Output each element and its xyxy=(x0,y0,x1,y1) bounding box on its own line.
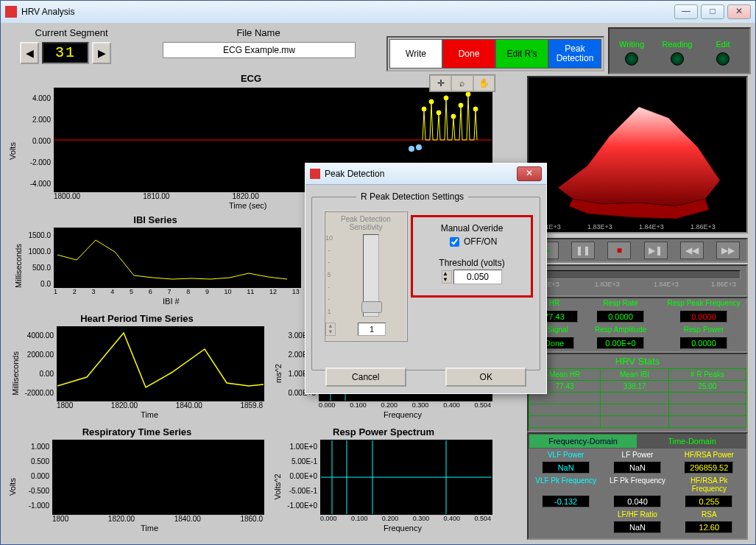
resp-ylabel: Volts xyxy=(8,478,17,496)
ok-button[interactable]: OK xyxy=(445,368,526,387)
sensitivity-value[interactable]: 1 xyxy=(358,323,386,336)
hpts-xlabel: Time xyxy=(141,410,158,419)
threshold-input[interactable] xyxy=(453,270,502,284)
pan-tool-icon[interactable]: ✋ xyxy=(473,75,495,91)
tab-time-domain[interactable]: Time-Domain xyxy=(637,434,746,449)
dialog-close-button[interactable]: ✕ xyxy=(517,166,542,181)
dialog-title: Peak Detection xyxy=(325,169,517,179)
writing-led-label: Writing xyxy=(618,39,646,49)
svg-point-1 xyxy=(422,107,426,111)
edit-led xyxy=(716,52,729,66)
hpts-plot[interactable] xyxy=(57,326,264,401)
segment-next-button[interactable]: ▶ xyxy=(92,42,111,64)
done-button[interactable]: Done xyxy=(442,39,495,68)
offon-label: OFF/ON xyxy=(464,236,497,247)
close-button[interactable]: ✕ xyxy=(727,4,751,19)
filename-label: File Name xyxy=(185,27,332,38)
reading-led xyxy=(671,52,684,66)
step-fwd-button[interactable]: ▶❚ xyxy=(644,242,668,259)
resprate-value: 0.0000 xyxy=(597,311,644,323)
minimize-button[interactable]: — xyxy=(674,4,698,19)
cancel-button[interactable]: Cancel xyxy=(325,368,406,387)
ibi-chart: IBI Series Milliseconds 1500.0 1000.0 50… xyxy=(8,214,303,310)
hf-pkfreq-value: 0.255 xyxy=(685,496,732,507)
rsa-value: 12.60 xyxy=(685,521,732,533)
ibi-xlabel: IBI # xyxy=(163,297,180,306)
app-icon xyxy=(5,6,17,18)
app-window: HRV Analysis — □ ✕ Current Segment ◀ 31 … xyxy=(0,0,756,545)
hpps-xlabel: Frequency xyxy=(384,410,422,419)
resp-chart: Respiratory Time Series Volts 1.0000.500… xyxy=(8,426,266,537)
respamp-value: 0.00E+0 xyxy=(597,337,644,349)
ecg-ylabel: Volts xyxy=(8,142,17,160)
rpps-plot[interactable] xyxy=(320,440,492,515)
sensitivity-slider[interactable] xyxy=(363,234,379,317)
sens-spinner[interactable]: ▲▼ xyxy=(325,323,336,336)
led-panel: Writing Reading Edit xyxy=(608,27,751,74)
rpps-xlabel: Frequency xyxy=(384,524,422,532)
hf-power-value: 296859.52 xyxy=(685,462,733,474)
lf-pkfreq-value: 0.040 xyxy=(614,496,661,507)
peak-detection-button[interactable]: Peak Detection xyxy=(548,39,601,68)
ibi-title: IBI Series xyxy=(8,214,303,226)
stop-button[interactable]: ■ xyxy=(607,242,631,259)
ecg-xlabel: Time (sec) xyxy=(229,201,267,210)
titlebar: HRV Analysis — □ ✕ xyxy=(1,1,755,24)
ibi-plot[interactable] xyxy=(54,228,301,288)
resppow-value: 0.0000 xyxy=(680,337,727,349)
segment-label: Current Segment xyxy=(20,27,123,38)
edit-rs-button[interactable]: Edit R's xyxy=(495,39,548,68)
hrv-stats-panel: HRV Stats Mean HRMean IBI# R Peaks 77.43… xyxy=(527,353,748,432)
write-button[interactable]: Write xyxy=(389,39,442,68)
writing-led xyxy=(625,52,638,66)
time-slider[interactable]: 1.81E+3 1.83E+3 1.84E+3 1.86E+3 xyxy=(527,264,748,297)
segment-value[interactable]: 31 xyxy=(42,42,89,64)
svg-point-9 xyxy=(409,146,414,152)
main-body: Current Segment ◀ 31 ▶ File Name ECG Exa… xyxy=(1,23,755,544)
realtime-stats: HR Resp Rate Resp Peak Frequency 77.43 0… xyxy=(527,297,748,353)
resp-title: Respiratory Time Series xyxy=(8,426,266,438)
lf-power-value: NaN xyxy=(614,462,661,474)
hpts-chart: Heart Period Time Series Milliseconds 40… xyxy=(8,313,266,423)
window-title: HRV Analysis xyxy=(21,7,674,17)
plot-toolbar: ✛ ⌕ ✋ xyxy=(429,74,495,92)
edit-led-label: Edit xyxy=(715,39,732,49)
ibi-ylabel: Milliseconds xyxy=(14,244,23,288)
rpps-title: Resp Power Spectrum xyxy=(273,426,494,438)
hpts-ylabel: Milliseconds xyxy=(11,351,20,395)
svg-point-2 xyxy=(429,99,434,104)
resp-plot[interactable] xyxy=(52,440,264,515)
hpps-ylabel: ms^2 xyxy=(274,364,283,383)
ecg-title: ECG xyxy=(8,73,494,85)
reading-led-label: Reading xyxy=(661,39,694,49)
mode-buttons: Write Done Edit R's Peak Detection xyxy=(386,36,604,71)
threshold-spinner[interactable]: ▲▼ xyxy=(442,270,452,284)
svg-point-10 xyxy=(416,144,422,150)
pause-button[interactable]: ❚❚ xyxy=(571,242,595,259)
override-checkbox[interactable] xyxy=(450,237,459,247)
override-label: Manual Overide xyxy=(413,223,531,233)
maximize-button[interactable]: □ xyxy=(701,4,724,19)
resppeakfreq-value: 0.0000 xyxy=(680,311,727,323)
lfhf-ratio-value: NaN xyxy=(614,521,661,533)
freq-domain-panel: Frequency-Domain Time-Domain VLF Power L… xyxy=(527,432,748,540)
svg-point-4 xyxy=(444,96,448,100)
tab-frequency-domain[interactable]: Frequency-Domain xyxy=(529,434,637,449)
filename-input[interactable]: ECG Example.mw xyxy=(163,42,356,58)
hrv-stats-title: HRV Stats xyxy=(529,354,746,368)
svg-point-6 xyxy=(459,103,463,108)
r-peak-settings-group: R Peak Detection Settings Peak Detection… xyxy=(311,197,540,370)
zoom-tool-icon[interactable]: ⌕ xyxy=(451,75,473,91)
segment-prev-button[interactable]: ◀ xyxy=(20,42,39,64)
hrv-stats-table: Mean HRMean IBI# R Peaks 77.43338.1725.0… xyxy=(529,368,746,428)
group-legend: R Peak Detection Settings xyxy=(356,191,468,202)
surface-3d-plot[interactable]: 1.81E+3 1.83E+3 1.84E+3 1.86E+3 xyxy=(527,76,748,233)
ffwd-button[interactable]: ▶▶ xyxy=(716,242,740,259)
crosshair-tool-icon[interactable]: ✛ xyxy=(430,75,451,91)
dialog-icon xyxy=(310,169,320,179)
svg-point-3 xyxy=(437,110,441,115)
vlf-power-value: NaN xyxy=(543,462,590,474)
override-highlight-frame: Manual Overide OFF/ON Threshold (volts) … xyxy=(411,215,533,298)
rewind-button[interactable]: ◀◀ xyxy=(680,242,704,259)
svg-point-7 xyxy=(466,92,470,96)
